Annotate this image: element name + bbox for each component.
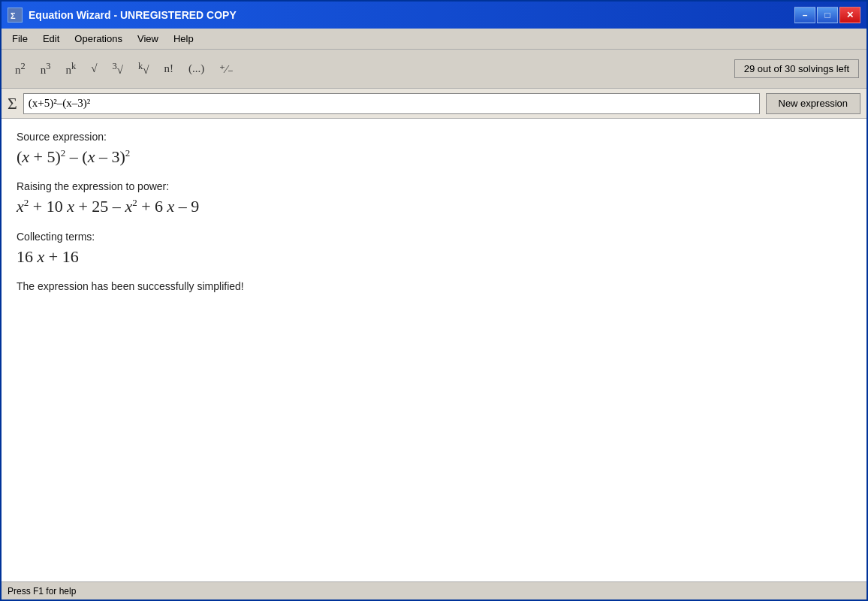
title-bar: Σ Equation Wizard - UNREGISTERED COPY – … xyxy=(2,2,866,29)
raising-math: x2 + 10 x + 25 – x2 + 6 x – 9 xyxy=(17,197,851,216)
menu-file[interactable]: File xyxy=(6,32,34,46)
toolbar-math-buttons: n2 n3 nk √ 3√ k√ n! (...) ⁺⁄₋ xyxy=(9,58,734,80)
maximize-button[interactable]: □ xyxy=(817,7,838,23)
source-section: Source expression: (x + 5)2 – (x – 3)2 xyxy=(17,131,851,167)
menu-view[interactable]: View xyxy=(131,32,164,46)
title-bar-left: Σ Equation Wizard - UNREGISTERED COPY xyxy=(8,8,237,23)
app-icon: Σ xyxy=(8,8,23,23)
solvings-button[interactable]: 29 out of 30 solvings left xyxy=(734,59,859,78)
toolbar-paren-button[interactable]: (...) xyxy=(182,59,210,78)
menu-bar: File Edit Operations View Help xyxy=(2,29,866,50)
new-expression-button[interactable]: New expression xyxy=(766,93,861,114)
toolbar-plusminus-button[interactable]: ⁺⁄₋ xyxy=(213,59,240,79)
close-button[interactable]: ✕ xyxy=(839,7,860,23)
raising-label: Raising the expression to power: xyxy=(17,180,851,192)
content-area: Source expression: (x + 5)2 – (x – 3)2 R… xyxy=(2,119,866,581)
source-math: (x + 5)2 – (x – 3)2 xyxy=(17,147,851,167)
raising-section: Raising the expression to power: x2 + 10… xyxy=(17,180,851,216)
expression-input-area: Σ New expression xyxy=(2,89,866,119)
window-controls: – □ ✕ xyxy=(794,7,860,23)
menu-edit[interactable]: Edit xyxy=(37,32,65,46)
toolbar-nk-button[interactable]: nk xyxy=(60,58,83,80)
toolbar-cbrt-button[interactable]: 3√ xyxy=(106,58,128,80)
toolbar-sqrt-button[interactable]: √ xyxy=(85,59,103,78)
collecting-section: Collecting terms: 16 x + 16 xyxy=(17,231,851,267)
collecting-math: 16 x + 16 xyxy=(17,247,851,267)
success-message: The expression has been successfully sim… xyxy=(17,280,851,292)
svg-text:Σ: Σ xyxy=(11,11,16,20)
status-label: Press F1 for help xyxy=(8,586,76,596)
toolbar: n2 n3 nk √ 3√ k√ n! (...) ⁺⁄₋ 29 out of … xyxy=(2,50,866,89)
menu-help[interactable]: Help xyxy=(167,32,200,46)
main-window: Σ Equation Wizard - UNREGISTERED COPY – … xyxy=(0,0,868,601)
collecting-label: Collecting terms: xyxy=(17,231,851,243)
toolbar-krt-button[interactable]: k√ xyxy=(132,58,155,80)
toolbar-n3-button[interactable]: n3 xyxy=(35,58,57,80)
source-label: Source expression: xyxy=(17,131,851,143)
sigma-symbol: Σ xyxy=(8,94,17,113)
toolbar-n2-button[interactable]: n2 xyxy=(9,58,32,80)
expression-input[interactable] xyxy=(23,93,760,114)
status-bar: Press F1 for help xyxy=(2,581,866,599)
toolbar-factorial-button[interactable]: n! xyxy=(158,59,179,78)
minimize-button[interactable]: – xyxy=(794,7,815,23)
window-title: Equation Wizard - UNREGISTERED COPY xyxy=(29,9,237,21)
menu-operations[interactable]: Operations xyxy=(68,32,128,46)
